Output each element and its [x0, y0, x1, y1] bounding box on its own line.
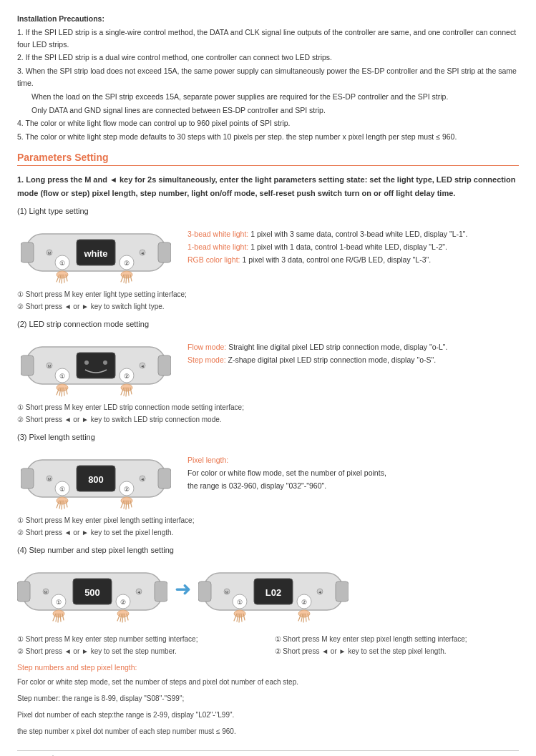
svg-text:◄: ◄	[140, 364, 145, 368]
svg-text:◄: ◄	[137, 590, 141, 594]
arrow-icon: ➜	[175, 577, 191, 601]
svg-point-29	[84, 360, 89, 365]
note-4b-1: ① Short press M key enter step pixel len…	[275, 633, 520, 645]
svg-text:①: ①	[56, 599, 62, 606]
device-img-4b: L02 ① ② M ◄	[198, 560, 349, 624]
svg-rect-52	[21, 468, 34, 489]
step-desc-2: Pixel dot number of each step:the range …	[17, 709, 519, 721]
svg-text:①: ①	[59, 373, 65, 380]
subsection-4-notes: ① Short press M key enter step number se…	[17, 629, 519, 657]
subsection-1-notes: ① Short press M key enter light type set…	[17, 288, 519, 313]
precaution-3: 3. When the SPI strip load does not exce…	[17, 65, 519, 89]
svg-text:M: M	[48, 364, 52, 368]
label-3bead: 3-bead white light:	[187, 230, 248, 238]
precaution-5: 5. The color or white light step mode de…	[17, 131, 519, 143]
precautions-section: Installation Precautions: 1. If the SPI …	[17, 13, 519, 143]
label-rgb: RGB color light:	[187, 255, 240, 264]
device-svg-1: white ① ②	[21, 221, 171, 284]
svg-rect-26	[21, 355, 34, 375]
svg-text:②: ②	[124, 260, 130, 267]
step-desc-title: Step numbers and step pixel length:	[17, 663, 519, 672]
subsection-4-title: (4) Step number and step pixel length se…	[17, 546, 519, 554]
parameters-section-title: Parameters Setting	[17, 152, 519, 166]
device-img-4a: 500 ① ② M ◄	[17, 560, 167, 624]
svg-rect-28	[77, 353, 115, 378]
note-3-1: ① Short press M key enter pixel length s…	[17, 514, 519, 526]
precaution-3a: When the load on the SPI strip exceeds 1…	[17, 91, 519, 103]
svg-rect-103	[336, 581, 349, 602]
note-4b-2: ② Short press ◄ or ► key to set the step…	[275, 645, 520, 657]
parameters-intro: 1. Long press the M and ◄ key for 2s sim…	[17, 173, 519, 200]
subsection-1-desc: 3-bead white light: 1 pixel with 3 same …	[187, 221, 519, 267]
subsection-2-title: (2) LED strip connection mode setting	[17, 320, 519, 328]
note-2-1: ① Short press M key enter LED strip conn…	[17, 401, 519, 413]
footer: User Manual Ver 1.0.0 2024.6 Page 3	[17, 750, 519, 756]
subsection-1: (1) Light type setting white ① ②	[17, 207, 519, 313]
device-svg-2: ① ② M ◄	[21, 334, 171, 397]
desc-rgb: RGB color light: 1 pixel with 3 data, co…	[187, 254, 519, 267]
subsection-3-notes: ① Short press M key enter pixel length s…	[17, 514, 519, 539]
svg-text:②: ②	[301, 599, 307, 606]
device-img-1: white ① ②	[17, 221, 175, 284]
svg-rect-53	[158, 468, 171, 489]
svg-text:◄: ◄	[318, 590, 322, 594]
step-desc-3: the step number x pixel dot number of ea…	[17, 725, 519, 737]
step-desc-1: Step number: the range is 8-99, display …	[17, 692, 519, 705]
subsection-3: (3) Pixel length setting 800 ① ②	[17, 433, 519, 539]
note-4a-1: ① Short press M key enter step number se…	[17, 633, 262, 645]
subsection-4: (4) Step number and step pixel length se…	[17, 546, 519, 737]
svg-text:800: 800	[88, 474, 104, 485]
desc-pixel-title: Pixel length:	[187, 454, 519, 467]
desc-flow: Flow mode: Straight line digital pixel L…	[187, 341, 519, 354]
svg-rect-78	[155, 581, 167, 602]
subsection-2-notes: ① Short press M key enter LED strip conn…	[17, 401, 519, 426]
desc-3bead: 3-bead white light: 1 pixel with 3 same …	[187, 228, 519, 241]
svg-text:◄: ◄	[140, 251, 145, 255]
subsection-2-row: ① ② M ◄ Flow mode:	[17, 334, 519, 397]
svg-text:①: ①	[59, 486, 65, 493]
subsection-3-row: 800 ① ② M ◄	[17, 447, 519, 510]
note-2-2: ② Short press ◄ or ► key to switch LED s…	[17, 413, 519, 426]
svg-rect-1	[21, 242, 34, 262]
note-3-2: ② Short press ◄ or ► key to set the pixe…	[17, 526, 519, 539]
subsection-3-title: (3) Pixel length setting	[17, 433, 519, 441]
subsection-3-desc: Pixel length: For color or white flow mo…	[187, 447, 519, 493]
desc-1bead: 1-bead white light: 1 pixel with 1 data,…	[187, 241, 519, 254]
svg-text:①: ①	[237, 599, 243, 606]
precaution-1: 1. If the SPI LED strip is a single-wire…	[17, 26, 519, 51]
svg-point-30	[103, 360, 107, 365]
svg-text:②: ②	[124, 486, 130, 493]
device-img-2: ① ② M ◄	[17, 334, 175, 397]
svg-text:M: M	[225, 590, 229, 594]
svg-text:white: white	[83, 248, 107, 259]
precaution-4: 4. The color or white light flow mode ca…	[17, 117, 519, 129]
precaution-3b: Only DATA and GND signal lines are conne…	[17, 104, 519, 117]
svg-text:②: ②	[124, 373, 130, 380]
label-flow: Flow mode:	[187, 343, 226, 351]
note-1-1: ① Short press M key enter light type set…	[17, 288, 519, 300]
subsection-4-row: 500 ① ② M ◄	[17, 560, 519, 624]
step-desc-0: For color or white step mode, set the nu…	[17, 676, 519, 688]
subsection-1-title: (1) Light type setting	[17, 207, 519, 215]
svg-text:①: ①	[59, 260, 65, 267]
device-svg-4a: 500 ① ② M ◄	[17, 560, 167, 623]
device-img-3: 800 ① ② M ◄	[17, 447, 175, 510]
svg-rect-27	[158, 355, 171, 375]
svg-text:L02: L02	[265, 587, 281, 598]
svg-text:500: 500	[84, 587, 100, 598]
subsection-2: (2) LED strip connection mode setting ① …	[17, 320, 519, 426]
svg-text:M: M	[44, 590, 48, 594]
svg-text:◄: ◄	[140, 477, 145, 481]
precautions-title: Installation Precautions:	[17, 14, 104, 23]
note-1-2: ② Short press ◄ or ► key to switch light…	[17, 300, 519, 313]
svg-text:M: M	[48, 251, 52, 255]
notes-4-right: ① Short press M key enter step pixel len…	[275, 633, 520, 657]
label-step: Step mode:	[187, 355, 226, 364]
desc-pixel-body: For color or white flow mode, set the nu…	[187, 467, 519, 493]
svg-text:M: M	[48, 477, 52, 481]
label-pixel: Pixel length:	[187, 456, 228, 464]
subsection-1-row: white ① ②	[17, 221, 519, 284]
svg-rect-102	[198, 581, 211, 602]
device-svg-3: 800 ① ② M ◄	[21, 447, 171, 510]
subsection-2-desc: Flow mode: Straight line digital pixel L…	[187, 334, 519, 367]
